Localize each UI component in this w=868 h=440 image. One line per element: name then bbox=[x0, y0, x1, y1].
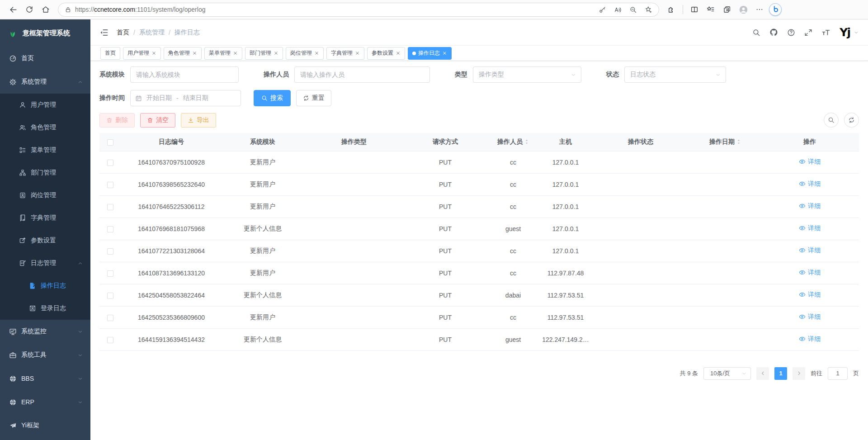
browser-refresh-button[interactable] bbox=[23, 3, 36, 16]
header-search-button[interactable] bbox=[752, 28, 760, 37]
close-icon[interactable] bbox=[274, 51, 278, 56]
breadcrumb-home[interactable]: 首页 bbox=[117, 28, 129, 37]
row-checkbox[interactable] bbox=[107, 270, 113, 277]
detail-link[interactable]: 详细 bbox=[799, 313, 821, 321]
detail-link[interactable]: 详细 bbox=[799, 269, 821, 277]
address-bar[interactable]: https://ccnetcore.com:1101/system/log/op… bbox=[58, 3, 659, 17]
reset-button[interactable]: 重置 bbox=[296, 90, 331, 106]
row-checkbox[interactable] bbox=[107, 182, 113, 188]
op-status-cell bbox=[591, 195, 690, 218]
tab-user-management[interactable]: 用户管理 bbox=[123, 47, 161, 60]
sort-icon[interactable] bbox=[736, 139, 741, 145]
eye-icon bbox=[799, 247, 806, 254]
sidebar-item-monitor[interactable]: 系统监控 bbox=[0, 320, 90, 343]
tab-menu-management[interactable]: 菜单管理 bbox=[204, 47, 242, 60]
module-input[interactable] bbox=[130, 66, 239, 83]
read-aloud-button[interactable] bbox=[612, 4, 623, 15]
close-icon[interactable] bbox=[192, 51, 197, 56]
close-icon[interactable] bbox=[314, 51, 319, 56]
collections-button[interactable] bbox=[720, 3, 734, 16]
split-screen-button[interactable] bbox=[688, 3, 701, 16]
next-page-button[interactable] bbox=[793, 367, 805, 380]
sidebar-item-home[interactable]: 首页 bbox=[0, 47, 90, 70]
row-checkbox[interactable] bbox=[107, 293, 113, 299]
sidebar-item-roles[interactable]: 角色管理 bbox=[0, 116, 90, 139]
close-icon[interactable] bbox=[396, 51, 401, 56]
zoom-out-button[interactable] bbox=[627, 4, 639, 15]
tab-home[interactable]: 首页 bbox=[100, 47, 120, 60]
row-checkbox[interactable] bbox=[107, 337, 113, 343]
row-checkbox[interactable] bbox=[107, 248, 113, 255]
detail-link[interactable]: 详细 bbox=[799, 180, 821, 188]
detail-link[interactable]: 详细 bbox=[799, 246, 821, 255]
module-label: 系统模块 bbox=[99, 71, 125, 79]
tab-dict-management[interactable]: 字典管理 bbox=[326, 47, 364, 60]
copilot-button[interactable] bbox=[769, 3, 782, 16]
column-header-op-date[interactable]: 操作日期 bbox=[690, 133, 760, 151]
detail-link[interactable]: 详细 bbox=[799, 335, 821, 343]
page-1-button[interactable]: 1 bbox=[774, 367, 787, 380]
row-checkbox[interactable] bbox=[107, 160, 113, 166]
tab-post-management[interactable]: 岗位管理 bbox=[286, 47, 324, 60]
sidebar-item-login-log[interactable]: 登录日志 bbox=[0, 297, 90, 320]
add-favorite-button[interactable] bbox=[642, 4, 654, 15]
sidebar-item-parameters[interactable]: 参数设置 bbox=[0, 229, 90, 252]
sidebar-item-users[interactable]: 用户管理 bbox=[0, 94, 90, 116]
close-icon[interactable] bbox=[355, 51, 360, 56]
browser-more-button[interactable] bbox=[753, 3, 766, 16]
type-select[interactable]: 操作类型 bbox=[473, 66, 581, 83]
font-size-button[interactable] bbox=[821, 28, 830, 37]
sidebar-item-tools[interactable]: 系统工具 bbox=[0, 343, 90, 367]
browser-home-button[interactable] bbox=[39, 3, 52, 16]
help-button[interactable] bbox=[787, 28, 795, 37]
clear-button[interactable]: 清空 bbox=[140, 113, 175, 128]
date-range-input[interactable]: 开始日期 - 结束日期 bbox=[130, 90, 241, 106]
delete-button[interactable]: 删除 bbox=[99, 113, 135, 128]
row-checkbox[interactable] bbox=[107, 226, 113, 232]
detail-link[interactable]: 详细 bbox=[799, 224, 821, 232]
status-select[interactable]: 日志状态 bbox=[624, 66, 726, 83]
favorites-button[interactable] bbox=[704, 3, 717, 16]
export-button[interactable]: 导出 bbox=[181, 113, 216, 128]
sidebar-item-operation-log[interactable]: 操作日志 bbox=[0, 274, 90, 297]
prev-page-button[interactable] bbox=[756, 367, 769, 380]
row-checkbox[interactable] bbox=[107, 204, 113, 210]
detail-link[interactable]: 详细 bbox=[799, 291, 821, 299]
sidebar-toggle[interactable] bbox=[99, 28, 108, 37]
detail-link[interactable]: 详细 bbox=[799, 202, 821, 210]
browser-profile-button[interactable] bbox=[736, 3, 750, 16]
column-header-operator[interactable]: 操作人员 bbox=[486, 133, 540, 151]
detail-link[interactable]: 详细 bbox=[799, 158, 821, 166]
goto-input[interactable] bbox=[828, 367, 848, 380]
sidebar-item-dictionary[interactable]: 字典管理 bbox=[0, 207, 90, 229]
extensions-button[interactable] bbox=[665, 3, 678, 16]
page-size-select[interactable]: 10条/页 bbox=[703, 367, 751, 380]
tab-dept-management[interactable]: 部门管理 bbox=[245, 47, 283, 60]
github-button[interactable] bbox=[769, 28, 778, 37]
tab-param-settings[interactable]: 参数设置 bbox=[367, 47, 405, 60]
sidebar-item-menus[interactable]: 菜单管理 bbox=[0, 139, 90, 161]
sidebar-item-erp[interactable]: ERP bbox=[0, 390, 90, 414]
search-button[interactable]: 搜索 bbox=[254, 90, 291, 106]
close-icon[interactable] bbox=[442, 51, 447, 56]
fullscreen-button[interactable] bbox=[804, 28, 812, 37]
close-icon[interactable] bbox=[233, 51, 238, 56]
tab-operation-log[interactable]: 操作日志 bbox=[408, 47, 452, 60]
password-key-button[interactable] bbox=[596, 4, 608, 15]
sort-icon[interactable] bbox=[524, 139, 529, 145]
sidebar-item-posts[interactable]: 岗位管理 bbox=[0, 184, 90, 207]
tab-role-management[interactable]: 角色管理 bbox=[164, 47, 202, 60]
sidebar-item-departments[interactable]: 部门管理 bbox=[0, 161, 90, 184]
sidebar-item-log-management[interactable]: 日志管理 bbox=[0, 252, 90, 274]
close-icon[interactable] bbox=[151, 51, 156, 56]
refresh-table-button[interactable] bbox=[844, 113, 859, 128]
row-checkbox[interactable] bbox=[107, 315, 113, 321]
sidebar-item-system[interactable]: 系统管理 bbox=[0, 70, 90, 94]
user-avatar-menu[interactable]: Yj bbox=[840, 26, 859, 39]
show-search-button[interactable] bbox=[824, 113, 839, 128]
sidebar-item-yi-framework[interactable]: Yi框架 bbox=[0, 414, 90, 437]
select-all-checkbox[interactable] bbox=[107, 139, 113, 146]
browser-back-button[interactable] bbox=[6, 3, 20, 16]
sidebar-item-bbs[interactable]: BBS bbox=[0, 367, 90, 390]
operator-input[interactable] bbox=[294, 66, 430, 83]
